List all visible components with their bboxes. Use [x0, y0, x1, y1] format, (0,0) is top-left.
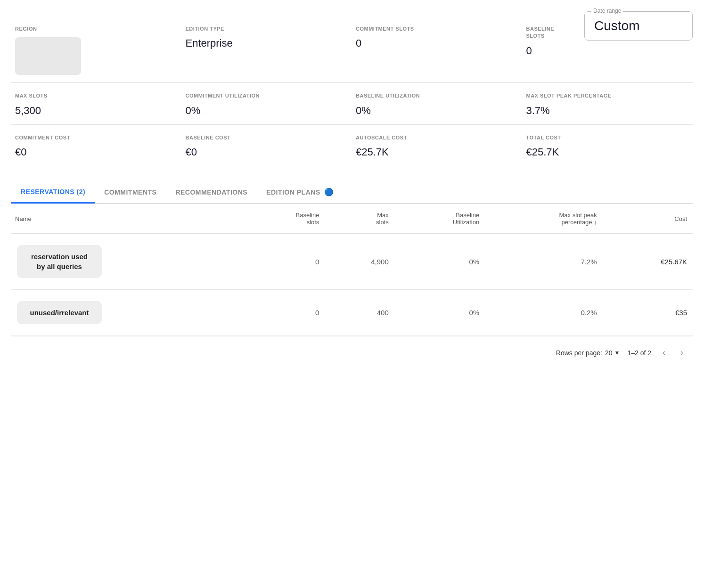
metrics-row-3: COMMITMENT COST €0 BASELINE COST €0 AUTO…: [11, 125, 693, 166]
col-cost: Cost: [603, 204, 693, 234]
metric-label-edition-type: EDITION TYPE: [186, 25, 345, 33]
tab-commitments[interactable]: COMMITMENTS: [95, 182, 166, 203]
table-row: reservation usedby all queries 0 4,900 0…: [11, 234, 693, 290]
metric-value-baseline-slots: 0: [526, 45, 571, 57]
tab-recommendations[interactable]: RECOMMENDATIONS: [166, 182, 257, 203]
metric-label-max-slots: MAX SLOTS: [15, 92, 174, 99]
metric-value-commitment-util: 0%: [186, 105, 345, 117]
metrics-row-2: MAX SLOTS 5,300 COMMITMENT UTILIZATION 0…: [11, 83, 693, 124]
rows-per-page-label: Rows per page:: [556, 349, 602, 357]
col-baseline-slots: Baseline slots: [241, 204, 325, 234]
metric-label-autoscale-cost: AUTOSCALE COST: [356, 134, 515, 141]
cell-max-slot-peak-1: 7.2%: [485, 234, 603, 290]
metric-label-baseline-slots: BASELINE SLOTS: [526, 25, 571, 40]
metric-baseline-cost: BASELINE COST €0: [182, 125, 352, 166]
cell-max-slot-peak-2: 0.2%: [485, 290, 603, 336]
metric-label-baseline-cost: BASELINE COST: [186, 134, 345, 141]
metric-commitment-cost: COMMITMENT COST €0: [11, 125, 182, 166]
table-row: unused/irrelevant 0 400 0% 0.2%: [11, 290, 693, 336]
cell-baseline-util-1: 0%: [394, 234, 485, 290]
date-range-value: Custom: [594, 18, 639, 33]
metric-value-max-slot-peak: 3.7%: [526, 105, 686, 117]
metric-value-autoscale-cost: €25.7K: [356, 146, 515, 158]
col-cost-label: Cost: [674, 215, 687, 222]
metric-autoscale-cost: AUTOSCALE COST €25.7K: [352, 125, 523, 166]
col-name: Name: [11, 204, 241, 234]
reservation-name-2: unused/irrelevant: [17, 301, 102, 324]
tab-commitments-label: COMMITMENTS: [104, 188, 156, 196]
table-header-row: Name Baseline slots Max slots: [11, 204, 693, 234]
date-range-label: Date range: [591, 8, 623, 14]
metric-commitment-slots: COMMITMENT SLOTS 0: [352, 16, 523, 83]
rows-per-page-dropdown[interactable]: 20 ▼: [605, 349, 620, 357]
metric-edition-type: EDITION TYPE Enterprise: [182, 16, 352, 83]
metric-baseline-utilization: BASELINE UTILIZATION 0%: [352, 83, 523, 124]
metric-total-cost: TOTAL COST €25.7K: [523, 125, 693, 166]
metric-region: REGION: [11, 16, 182, 83]
rows-per-page-value: 20: [605, 349, 613, 357]
metric-label-commitment-slots: COMMITMENT SLOTS: [356, 25, 515, 33]
reservations-table-container: Name Baseline slots Max slots: [11, 204, 693, 369]
date-range-widget[interactable]: Date range Custom: [584, 11, 693, 41]
tab-reservations-label: RESERVATIONS: [21, 188, 77, 196]
cell-baseline-util-2: 0%: [394, 290, 485, 336]
metric-value-commitment-cost: €0: [15, 146, 174, 158]
cell-name-1: reservation usedby all queries: [11, 234, 241, 290]
cell-cost-2: €35: [603, 290, 693, 336]
metric-label-baseline-util: BASELINE UTILIZATION: [356, 92, 515, 99]
chevron-down-icon: ▼: [614, 350, 620, 356]
prev-page-button[interactable]: ‹: [659, 346, 669, 359]
metric-commitment-utilization: COMMITMENT UTILIZATION 0%: [182, 83, 352, 124]
edition-plans-icon: 🔵: [324, 188, 334, 196]
cell-cost-1: €25.67K: [603, 234, 693, 290]
region-placeholder: [15, 37, 81, 75]
metric-max-slots: MAX SLOTS 5,300: [11, 83, 182, 124]
cell-max-slots-2: 400: [325, 290, 394, 336]
tabs-bar: RESERVATIONS (2) COMMITMENTS RECOMMENDAT…: [11, 181, 693, 204]
reservations-table: Name Baseline slots Max slots: [11, 204, 693, 336]
tab-reservations-badge: (2): [77, 188, 86, 196]
tab-edition-plans[interactable]: EDITION PLANS 🔵: [257, 181, 343, 203]
metric-value-max-slots: 5,300: [15, 105, 174, 117]
col-max-slots: Max slots: [325, 204, 394, 234]
cell-name-2: unused/irrelevant: [11, 290, 241, 336]
metric-label-region: REGION: [15, 25, 174, 33]
metric-label-max-slot-peak: MAX SLOT PEAK PERCENTAGE: [526, 92, 686, 99]
pagination-bar: Rows per page: 20 ▼ 1–2 of 2 ‹ ›: [11, 336, 693, 369]
metric-label-total-cost: TOTAL COST: [526, 134, 686, 141]
col-max-slot-peak-pct[interactable]: Max slot peak percentage ↓: [485, 204, 603, 234]
cell-baseline-slots-1: 0: [241, 234, 325, 290]
cell-baseline-slots-2: 0: [241, 290, 325, 336]
col-baseline-utilization: Baseline Utilization: [394, 204, 485, 234]
page-info: 1–2 of 2: [627, 349, 651, 357]
metric-label-commitment-cost: COMMITMENT COST: [15, 134, 174, 141]
metric-label-commitment-util: COMMITMENT UTILIZATION: [186, 92, 345, 99]
rows-per-page-control: Rows per page: 20 ▼: [556, 349, 620, 357]
metric-value-commitment-slots: 0: [356, 37, 515, 49]
next-page-button[interactable]: ›: [677, 346, 687, 359]
sort-down-icon: ↓: [594, 219, 597, 226]
metric-value-baseline-cost: €0: [186, 146, 345, 158]
metric-value-total-cost: €25.7K: [526, 146, 686, 158]
col-name-label: Name: [15, 215, 32, 222]
tab-recommendations-label: RECOMMENDATIONS: [175, 188, 247, 196]
metric-value-baseline-util: 0%: [356, 105, 515, 117]
metric-value-edition-type: Enterprise: [186, 37, 345, 49]
tab-reservations[interactable]: RESERVATIONS (2): [11, 181, 95, 204]
reservation-name-1: reservation usedby all queries: [17, 245, 102, 278]
tab-edition-plans-label: EDITION PLANS: [266, 188, 320, 196]
cell-max-slots-1: 4,900: [325, 234, 394, 290]
metric-max-slot-peak: MAX SLOT PEAK PERCENTAGE 3.7%: [523, 83, 693, 124]
